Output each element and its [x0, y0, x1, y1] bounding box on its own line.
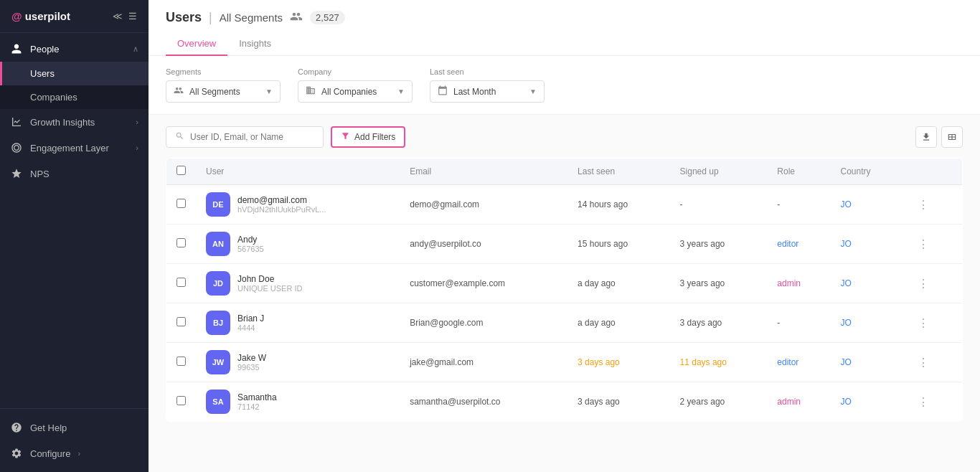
country-value[interactable]: JO — [841, 199, 852, 209]
country-value[interactable]: JO — [841, 357, 852, 367]
row-actions-cell: ⋮ — [903, 264, 962, 303]
users-table: User Email Last seen Signed up Role Coun… — [166, 158, 963, 422]
row-actions-cell: ⋮ — [903, 303, 962, 343]
company-filter: Company All Companies ▼ — [298, 67, 413, 103]
segments-value: All Segments — [189, 87, 260, 97]
signed-up-value[interactable]: 11 days ago — [680, 357, 727, 367]
last-seen-cell: a day ago — [567, 303, 670, 343]
sidebar-bottom: Get Help Configure › — [0, 408, 149, 472]
row-checkbox[interactable] — [176, 357, 186, 366]
chevron-left-icon: ≪ — [113, 11, 123, 22]
sidebar-item-companies[interactable]: Companies — [0, 85, 149, 109]
row-checkbox[interactable] — [176, 278, 186, 287]
row-checkbox[interactable] — [176, 199, 186, 208]
user-name[interactable]: John Doe — [237, 274, 302, 284]
country-value[interactable]: JO — [841, 318, 852, 328]
sidebar-item-people[interactable]: People ∧ — [0, 36, 149, 62]
user-id: UNIQUE USER ID — [237, 284, 302, 293]
search-input[interactable] — [190, 132, 314, 142]
sidebar-item-nps-label: NPS — [30, 169, 138, 179]
logo-name: userpilot — [25, 10, 70, 22]
avatar: JW — [206, 350, 230, 374]
row-checkbox[interactable] — [176, 238, 186, 247]
sidebar-item-engagement-label: Engagement Layer — [30, 143, 128, 154]
row-checkbox-cell[interactable] — [166, 343, 197, 382]
role-value: editor — [777, 357, 798, 367]
last-seen-cell: a day ago — [567, 264, 670, 303]
segments-chevron-icon: ▼ — [265, 88, 273, 95]
signed-up-cell: - — [670, 185, 768, 225]
user-name[interactable]: Samantha — [237, 392, 277, 402]
user-cell: BJBrian J4444 — [196, 303, 400, 343]
role-cell: admin — [767, 264, 830, 303]
row-checkbox-cell[interactable] — [166, 225, 197, 264]
user-name[interactable]: demo@gmail.com — [237, 195, 326, 205]
signed-up-cell: 3 days ago — [670, 303, 768, 343]
sidebar: @userpilot ≪ ☰ People ∧ Users Companies — [0, 0, 149, 472]
role-cell: editor — [767, 343, 830, 382]
email-cell: Brian@google.com — [400, 303, 567, 343]
row-menu-button[interactable]: ⋮ — [913, 197, 933, 213]
page-title-row: Users | All Segments 2,527 — [166, 10, 963, 25]
get-help-icon — [10, 422, 23, 433]
select-all-checkbox[interactable] — [176, 166, 186, 175]
tab-overview[interactable]: Overview — [166, 32, 227, 56]
sidebar-item-nps[interactable]: NPS — [0, 161, 149, 187]
country-value[interactable]: JO — [841, 397, 852, 407]
last-seen-value[interactable]: 3 days ago — [578, 357, 620, 367]
row-checkbox-cell[interactable] — [166, 264, 197, 303]
sidebar-item-configure[interactable]: Configure › — [0, 440, 149, 466]
avatar: AN — [206, 232, 230, 256]
tab-insights[interactable]: Insights — [227, 32, 283, 56]
select-all-header[interactable] — [166, 159, 197, 185]
user-cell: JWJake W99635 — [196, 343, 400, 382]
sidebar-item-get-help[interactable]: Get Help — [0, 415, 149, 440]
segments-dropdown[interactable]: All Segments ▼ — [166, 80, 281, 103]
row-menu-button[interactable]: ⋮ — [913, 236, 933, 252]
country-value[interactable]: JO — [841, 239, 852, 249]
user-id: 71142 — [237, 402, 277, 411]
signed-up-cell: 2 years ago — [670, 382, 768, 422]
row-checkbox-cell[interactable] — [166, 303, 197, 343]
add-filters-button[interactable]: Add Filters — [331, 126, 405, 148]
user-name[interactable]: Andy — [237, 235, 264, 245]
row-menu-button[interactable]: ⋮ — [913, 394, 933, 410]
col-user: User — [196, 159, 400, 185]
row-checkbox[interactable] — [176, 317, 186, 326]
last-seen-value: Last Month — [453, 87, 524, 97]
country-cell: JO — [831, 303, 904, 343]
last-seen-cell: 3 days ago — [567, 343, 670, 382]
columns-button[interactable] — [941, 126, 963, 148]
search-input-wrap[interactable] — [166, 126, 324, 148]
company-filter-label: Company — [298, 67, 413, 76]
sidebar-item-users[interactable]: Users — [0, 62, 149, 85]
country-cell: JO — [831, 382, 904, 422]
role-cell: - — [767, 185, 830, 225]
sidebar-collapse-button[interactable]: ≪ ☰ — [113, 11, 137, 22]
last-seen-cell: 15 hours ago — [567, 225, 670, 264]
growth-insights-icon — [10, 116, 23, 128]
last-seen-dropdown[interactable]: Last Month ▼ — [430, 80, 545, 103]
country-value[interactable]: JO — [841, 278, 852, 288]
row-checkbox-cell[interactable] — [166, 185, 197, 225]
row-menu-button[interactable]: ⋮ — [913, 354, 933, 371]
sidebar-item-engagement-layer[interactable]: Engagement Layer › — [0, 135, 149, 161]
row-menu-button[interactable]: ⋮ — [913, 275, 933, 292]
row-menu-button[interactable]: ⋮ — [913, 315, 933, 331]
user-name[interactable]: Jake W — [237, 353, 266, 363]
company-value: All Companies — [321, 87, 392, 97]
search-icon — [175, 131, 184, 143]
user-name[interactable]: Brian J — [237, 313, 264, 324]
row-checkbox[interactable] — [176, 396, 186, 405]
download-button[interactable] — [915, 126, 937, 148]
col-signed-up: Signed up — [670, 159, 768, 185]
logo-at-symbol: @ — [11, 10, 22, 22]
row-checkbox-cell[interactable] — [166, 382, 197, 422]
sidebar-item-growth-insights[interactable]: Growth Insights › — [0, 109, 149, 135]
table-body: DEdemo@gmail.comhVDjdN2thlUukbPuRvL...de… — [166, 185, 963, 422]
company-dropdown[interactable]: All Companies ▼ — [298, 80, 413, 103]
avatar: BJ — [206, 311, 230, 335]
segment-label: All Segments — [220, 11, 283, 24]
user-count-badge: 2,527 — [310, 11, 345, 24]
email-cell: jake@gmail.com — [400, 343, 567, 382]
